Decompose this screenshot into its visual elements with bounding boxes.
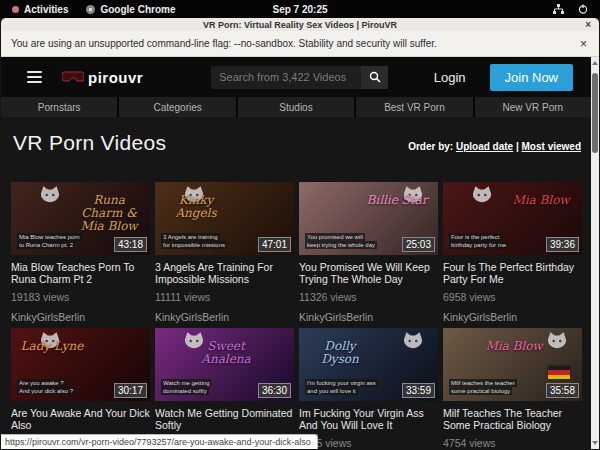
nav-item-categories[interactable]: Categories — [119, 97, 235, 117]
scrollbar-thumb[interactable] — [592, 73, 598, 153]
menu-icon[interactable] — [27, 71, 42, 83]
video-title[interactable]: Watch Me Getting Dominated Softly — [155, 407, 294, 431]
video-title[interactable]: Are You Awake And Your Dick Also — [11, 407, 150, 431]
video-views: 4754 views — [443, 437, 582, 449]
scrollbar[interactable] — [591, 57, 599, 449]
thumbnail-caption: I'm fucking your virgin assand you will … — [305, 379, 378, 395]
video-thumbnail[interactable]: Runa Charm & Mia Blow Mia Blow teaches p… — [11, 182, 150, 255]
video-thumbnail[interactable]: Dolly Dyson I'm fucking your virgin assa… — [299, 328, 438, 401]
warning-text: You are using an unsupported command-lin… — [11, 38, 437, 49]
site-logo[interactable]: pirouvr — [62, 69, 143, 86]
video-card[interactable]: Runa Charm & Mia Blow Mia Blow teaches p… — [11, 182, 150, 323]
search-bar — [211, 66, 388, 89]
video-views: 6958 views — [443, 291, 582, 303]
video-duration-badge: 30:17 — [114, 383, 147, 398]
scroll-up-icon[interactable] — [592, 61, 598, 65]
video-thumbnail[interactable]: Sweet Analena Watch me gettingdominated … — [155, 328, 294, 401]
thumbnail-caption: Milf teaches the teachersome practical b… — [449, 379, 517, 395]
main-nav: PornstarsCategoriesStudiosBest VR PornNe… — [1, 97, 591, 117]
video-title[interactable]: Milf Teaches The Teacher Some Practical … — [443, 407, 582, 431]
video-duration-badge: 35:58 — [546, 383, 579, 398]
window-title: VR Porn: Virtual Reality Sex Videos | Pi… — [203, 20, 397, 30]
video-title[interactable]: You Promised We Will Keep Trying The Who… — [299, 261, 438, 285]
thumbnail-overlay-title: Mia Blow — [479, 340, 549, 353]
chrome-icon — [86, 5, 95, 14]
browser-viewport: pirouvr Login Join Now PornstarsCategori… — [1, 57, 599, 449]
window-title-bar: VR Porn: Virtual Reality Sex Videos | Pi… — [1, 18, 599, 31]
video-thumbnail[interactable]: Billie Star You promised we willkeep try… — [299, 182, 438, 255]
studio-cat-mask-icon — [546, 332, 568, 350]
video-card[interactable]: Sweet Analena Watch me gettingdominated … — [155, 328, 294, 449]
thumbnail-caption: Watch me gettingdominated softly — [161, 379, 211, 395]
thumbnail-overlay-title: Sweet Analena — [191, 340, 261, 366]
video-card[interactable]: Lady Lyne Are you awake ?And your dick a… — [11, 328, 150, 449]
nav-item-pornstars[interactable]: Pornstars — [1, 97, 117, 117]
video-studio-link[interactable]: KinkyGirlsBerlin — [299, 311, 438, 323]
video-title[interactable]: 3 Angels Are Training For Impossible Mis… — [155, 261, 294, 285]
search-input[interactable] — [211, 66, 361, 89]
video-views: 8785 views — [299, 437, 438, 449]
thumbnail-overlay-title: Kinky Angels — [161, 194, 231, 220]
page-title: VR Porn Videos — [13, 131, 166, 155]
order-by-label: Order by: — [408, 141, 453, 152]
search-button[interactable] — [361, 66, 388, 89]
screen: Activities Google Chrome Sep 7 20:25 VR … — [0, 0, 600, 450]
power-icon[interactable] — [578, 4, 588, 14]
chrome-label: Google Chrome — [100, 4, 175, 15]
scroll-down-icon[interactable] — [592, 441, 598, 445]
login-link[interactable]: Login — [434, 70, 466, 85]
activities-button[interactable]: Activities — [12, 4, 68, 15]
thumbnail-caption: 3 Angels are trainingfor impossible miss… — [161, 233, 227, 249]
video-card[interactable]: Mia Blow Four is the perfectbirthday par… — [443, 182, 582, 323]
video-title[interactable]: Im Fucking Your Virgin Ass And You Will … — [299, 407, 438, 431]
clock[interactable]: Sep 7 20:25 — [272, 4, 327, 15]
video-thumbnail[interactable]: Kinky Angels 3 Angels are trainingfor im… — [155, 182, 294, 255]
notification-dot-icon — [12, 6, 19, 13]
video-studio-link[interactable]: KinkyGirlsBerlin — [155, 311, 294, 323]
warning-close-icon[interactable]: × — [580, 37, 587, 51]
nav-item-new-vr-porn[interactable]: New VR Porn — [475, 97, 591, 117]
studio-cat-mask-icon — [471, 186, 493, 204]
thumbnail-overlay-title: Mia Blow — [506, 194, 576, 207]
site-header: pirouvr Login Join Now — [1, 57, 591, 97]
video-duration-badge: 33:59 — [402, 383, 435, 398]
studio-cat-mask-icon — [402, 332, 424, 350]
video-duration-badge: 25:03 — [402, 237, 435, 252]
video-thumbnail[interactable]: Lady Lyne Are you awake ?And your dick a… — [11, 328, 150, 401]
tab-close-icon[interactable]: × — [585, 18, 591, 31]
video-studio-link[interactable]: KinkyGirlsBerlin — [11, 311, 150, 323]
thumbnail-caption: You promised we willkeep trying the whol… — [305, 233, 377, 249]
system-top-bar: Activities Google Chrome Sep 7 20:25 — [0, 0, 600, 18]
logo-text: pirouvr — [88, 69, 143, 86]
order-most-viewed-link[interactable]: Most viewed — [522, 141, 581, 152]
thumbnail-caption: Four is the perfectbirthday party for me — [449, 233, 508, 249]
video-card[interactable]: Billie Star You promised we willkeep try… — [299, 182, 438, 323]
video-studio-link[interactable]: KinkyGirlsBerlin — [443, 311, 582, 323]
chrome-app-menu[interactable]: Google Chrome — [86, 4, 175, 15]
video-card[interactable]: Dolly Dyson I'm fucking your virgin assa… — [299, 328, 438, 449]
nav-item-best-vr-porn[interactable]: Best VR Porn — [356, 97, 472, 117]
vr-goggles-icon — [62, 71, 84, 83]
thumbnail-overlay-title: Dolly Dyson — [305, 340, 375, 366]
thumbnail-caption: Mia Blow teaches pornto Runa Charm pt. 2 — [17, 233, 82, 249]
order-upload-date-link[interactable]: Upload date — [456, 141, 513, 152]
nav-item-studios[interactable]: Studios — [238, 97, 354, 117]
video-title[interactable]: Four Is The Perfect Birthday Party For M… — [443, 261, 582, 285]
video-views: 11326 views — [299, 291, 438, 303]
german-flag-icon — [548, 366, 570, 379]
video-card[interactable]: Kinky Angels 3 Angels are trainingfor im… — [155, 182, 294, 323]
video-title[interactable]: Mia Blow Teaches Porn To Runa Charm Pt 2 — [11, 261, 150, 285]
activities-label: Activities — [24, 4, 68, 15]
video-grid: Runa Charm & Mia Blow Mia Blow teaches p… — [1, 182, 591, 449]
video-duration-badge: 36:30 — [258, 383, 291, 398]
video-thumbnail[interactable]: Mia Blow Milf teaches the teachersome pr… — [443, 328, 582, 401]
video-thumbnail[interactable]: Mia Blow Four is the perfectbirthday par… — [443, 182, 582, 255]
thumbnail-overlay-title: Runa Charm & Mia Blow — [74, 194, 144, 233]
join-now-button[interactable]: Join Now — [490, 64, 573, 91]
thumbnail-overlay-title: Billie Star — [362, 194, 432, 207]
status-url-bubble: https://pirouvr.com/vr-porn-video/779325… — [1, 434, 318, 449]
network-icon[interactable] — [553, 4, 564, 14]
video-card[interactable]: Mia Blow Milf teaches the teachersome pr… — [443, 328, 582, 449]
chrome-warning-bar: You are using an unsupported command-lin… — [1, 31, 599, 57]
order-by: Order by: Upload date | Most viewed — [408, 141, 581, 155]
